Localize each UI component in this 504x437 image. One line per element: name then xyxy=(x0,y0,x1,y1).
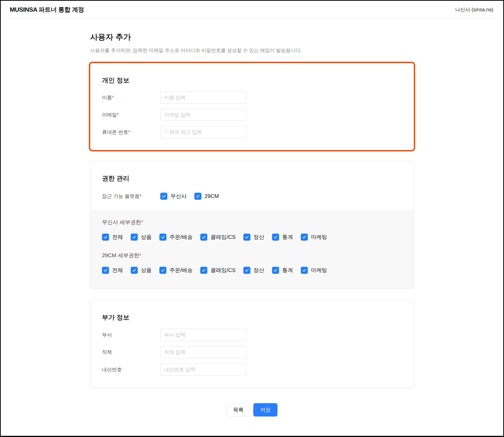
form-row: 휴대폰 번호* xyxy=(102,126,402,138)
checkbox-checked[interactable] xyxy=(243,267,250,274)
permissions-top: 권한 관리 접근 가능 플랫폼* 무신사 2 xyxy=(90,161,414,210)
page-subtitle: 사용자를 추가하면, 입력한 이메일 주소로 아이디와 비밀번호를 생성할 수 … xyxy=(90,48,414,53)
checkbox-checked[interactable] xyxy=(301,267,308,274)
check-icon xyxy=(161,194,167,199)
permissions-title: 권한 관리 xyxy=(102,174,402,182)
field-label: 휴대폰 번호* xyxy=(102,129,160,136)
form-row: 이름* xyxy=(102,91,402,104)
check-icon xyxy=(195,194,200,199)
form-row: 부서 xyxy=(102,329,402,341)
checkbox-item[interactable]: 전체 xyxy=(102,233,123,241)
checkbox-item[interactable]: 전체 xyxy=(102,267,123,274)
cm29-permissions-row: 전체 상품 주문/배송 xyxy=(102,267,402,274)
checkbox-checked[interactable] xyxy=(131,234,138,241)
page-title: 사용자 추가 xyxy=(90,32,414,41)
additional-info-title: 부가 정보 xyxy=(102,314,402,321)
checkbox-item[interactable]: 통계 xyxy=(272,233,293,241)
required-asterisk: * xyxy=(128,129,130,135)
personal-info-title: 개인 정보 xyxy=(102,76,402,84)
check-icon xyxy=(160,268,166,273)
check-icon xyxy=(132,235,137,240)
checkbox-item[interactable]: 마케팅 xyxy=(301,267,327,274)
text-input[interactable] xyxy=(160,109,247,121)
account-name[interactable]: 나신사 (sinsa.na) xyxy=(455,6,493,13)
list-button[interactable]: 목록 xyxy=(227,403,250,417)
checkbox-checked[interactable] xyxy=(272,267,279,274)
checkbox-checked[interactable] xyxy=(200,234,207,241)
musinsa-permissions-title: 무신사 세부권한* xyxy=(102,219,402,225)
personal-info-rows: 이름* 이메일* 휴대폰 번호* xyxy=(102,91,402,138)
check-icon xyxy=(103,235,108,240)
checkbox-item[interactable]: 29CM xyxy=(194,193,219,200)
check-icon xyxy=(302,268,307,273)
checkbox-label: 주문/배송 xyxy=(169,267,193,274)
checkbox-label: 마케팅 xyxy=(311,233,327,241)
check-icon xyxy=(201,235,206,240)
checkbox-label: 클레임/CS xyxy=(210,267,236,274)
field-label: 직책 xyxy=(102,349,160,356)
checkbox-item[interactable]: 상품 xyxy=(131,233,152,241)
checkbox-checked[interactable] xyxy=(301,234,308,241)
required-asterisk: * xyxy=(139,193,141,199)
checkbox-checked[interactable] xyxy=(272,234,279,241)
checkbox-checked[interactable] xyxy=(159,234,167,241)
checkbox-label: 통계 xyxy=(282,267,293,274)
checkbox-item[interactable]: 클레임/CS xyxy=(200,267,236,274)
checkbox-checked[interactable] xyxy=(160,193,167,200)
brand-logo[interactable]: MUSINSA 파트너 통합 계정 xyxy=(10,6,84,14)
additional-info-section: 부가 정보 부서 직책 내선번호 xyxy=(90,300,414,388)
field-label: 부서 xyxy=(102,332,160,338)
required-asterisk: * xyxy=(117,112,119,118)
checkbox-item[interactable]: 무신사 xyxy=(160,193,187,200)
checkbox-item[interactable]: 주문/배송 xyxy=(159,233,193,241)
save-button[interactable]: 저장 xyxy=(253,403,277,417)
checkbox-item[interactable]: 통계 xyxy=(272,267,293,274)
main-content: 사용자 추가 사용자를 추가하면, 입력한 이메일 주소로 아이디와 비밀번호를… xyxy=(90,19,414,436)
checkbox-label: 정산 xyxy=(254,267,264,274)
text-input[interactable] xyxy=(160,363,247,376)
field-label: 이름* xyxy=(102,94,160,101)
text-input[interactable] xyxy=(160,126,247,138)
checkbox-label: 전체 xyxy=(112,267,123,274)
checkbox-checked[interactable] xyxy=(102,267,109,274)
text-input[interactable] xyxy=(160,329,247,341)
checkbox-label: 정산 xyxy=(254,233,264,241)
checkbox-label: 통계 xyxy=(282,233,293,241)
checkbox-item[interactable]: 마케팅 xyxy=(301,233,327,241)
required-asterisk: * xyxy=(141,219,143,225)
check-icon xyxy=(160,235,166,240)
checkbox-item[interactable]: 정산 xyxy=(243,267,264,274)
checkbox-item[interactable]: 상품 xyxy=(131,267,152,274)
check-icon xyxy=(273,268,278,273)
text-input[interactable] xyxy=(160,346,247,358)
app-window: MUSINSA 파트너 통합 계정 나신사 (sinsa.na) 사용자 추가 … xyxy=(0,0,504,437)
checkbox-item[interactable]: 주문/배송 xyxy=(159,267,193,274)
checkbox-checked[interactable] xyxy=(200,267,207,274)
form-row: 이메일* xyxy=(102,109,402,121)
additional-info-rows: 부서 직책 내선번호 xyxy=(102,329,402,376)
required-asterisk: * xyxy=(139,252,141,258)
checkbox-checked[interactable] xyxy=(131,267,138,274)
checkbox-checked[interactable] xyxy=(102,234,109,241)
musinsa-permissions-group: 무신사 세부권한* 전체 상품 xyxy=(102,219,402,241)
detail-permissions-subsection: 무신사 세부권한* 전체 상품 xyxy=(90,210,414,288)
platform-checkboxes: 무신사 29CM xyxy=(160,193,219,200)
musinsa-permissions-row: 전체 상품 주문/배송 xyxy=(102,233,402,241)
text-input[interactable] xyxy=(160,91,247,104)
checkbox-checked[interactable] xyxy=(159,267,167,274)
checkbox-item[interactable]: 클레임/CS xyxy=(200,233,236,241)
checkbox-label: 상품 xyxy=(141,233,152,241)
checkbox-label: 마케팅 xyxy=(311,267,327,274)
cm29-permissions-group: 29CM 세부권한* 전체 상품 xyxy=(102,252,402,274)
required-asterisk: * xyxy=(112,95,114,100)
action-buttons: 목록 저장 xyxy=(90,403,414,436)
checkbox-checked[interactable] xyxy=(243,234,250,241)
checkbox-item[interactable]: 정산 xyxy=(243,233,264,241)
checkbox-checked[interactable] xyxy=(194,193,201,200)
cm29-permissions-title: 29CM 세부권한* xyxy=(102,252,402,258)
check-icon xyxy=(103,268,108,273)
checkbox-label: 무신사 xyxy=(170,193,187,200)
form-row: 직책 xyxy=(102,346,402,358)
platform-label: 접근 가능 플랫폼* xyxy=(102,193,160,199)
platform-row: 접근 가능 플랫폼* 무신사 29CM xyxy=(102,193,402,200)
